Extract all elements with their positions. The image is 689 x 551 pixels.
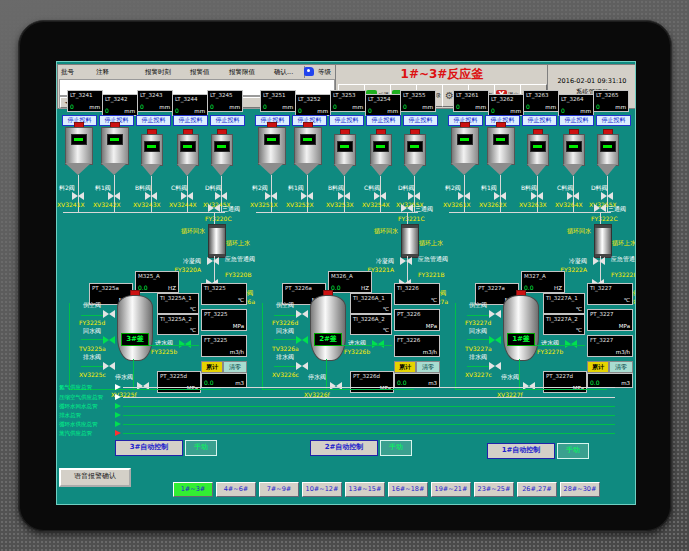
feed-valve-label: D料阀: [591, 184, 625, 191]
feed-valve[interactable]: [265, 192, 277, 201]
feed-tank: [294, 122, 320, 184]
level-transmitter: LT_32620mm: [488, 94, 524, 116]
feed-valve[interactable]: [567, 192, 579, 201]
page-button-0[interactable]: 1#~3#: [173, 482, 213, 497]
feed-valve-label: 料2阀: [252, 184, 286, 191]
totalizer-accum-button[interactable]: 累计: [587, 361, 609, 373]
feed-tank: [370, 129, 390, 185]
level-transmitter-tag: LT_3253: [333, 92, 355, 98]
feed-valve[interactable]: [408, 192, 420, 201]
temperature-indicator-a2-tag: TI_3227A_2: [546, 316, 578, 322]
totalizer-reset-button[interactable]: 清零: [416, 361, 440, 373]
three-way-valve[interactable]: [401, 204, 413, 213]
feed-valve-label: D料阀: [398, 184, 432, 191]
reactor-valve-tag: FY3225d: [79, 319, 119, 326]
condense-valve[interactable]: [207, 257, 219, 266]
feed-valve[interactable]: [72, 192, 84, 201]
pipe: [81, 315, 103, 316]
condense-valve[interactable]: [593, 257, 605, 266]
pipe: [81, 339, 103, 340]
tank-level-bar: [147, 145, 156, 148]
feed-valve[interactable]: [181, 192, 193, 201]
voice-alarm-ack-button[interactable]: 语音报警确认: [59, 468, 131, 487]
reactor-valve[interactable]: [103, 362, 115, 371]
tank-level-bar: [267, 138, 276, 141]
feed-valve[interactable]: [338, 192, 350, 201]
condense-valve[interactable]: [400, 257, 412, 266]
feed-valve[interactable]: [374, 192, 386, 201]
totalizer-reset-button[interactable]: 清零: [223, 361, 247, 373]
level-transmitter-unit: mm: [545, 104, 556, 110]
manual-button[interactable]: 手动: [185, 440, 217, 456]
reactor-valve[interactable]: [296, 362, 308, 371]
tank-cone: [597, 164, 617, 176]
utility-header-label: 排水总管: [59, 412, 117, 419]
three-way-valve[interactable]: [594, 204, 606, 213]
temperature-indicator-a1-tag: TI_3227A_1: [546, 295, 578, 301]
feed-valve[interactable]: [494, 192, 506, 201]
totalizer-reset-button[interactable]: 清零: [609, 361, 633, 373]
feed-valve-label: C料阀: [557, 184, 591, 191]
feed-valve[interactable]: [215, 192, 227, 201]
manual-button[interactable]: 手动: [557, 443, 589, 459]
stop-feed-label: 停止投料: [136, 115, 171, 126]
reactor-valve[interactable]: [296, 310, 308, 319]
page-button-9[interactable]: 28#~30#: [560, 482, 600, 497]
monitor-bezel: 批号注释报警时刻报警值报警限值确认...等级 ◄ ► 1#~3#反应釜 切换←后…: [18, 20, 672, 532]
feed-valve[interactable]: [531, 192, 543, 201]
tank-body: [141, 134, 163, 166]
page-button-8[interactable]: 26#,27#: [517, 482, 557, 497]
reactor-valve[interactable]: [489, 310, 501, 319]
tank-level-display: [180, 141, 196, 152]
page-button-6[interactable]: 19#~21#: [431, 482, 471, 497]
reactor-valve[interactable]: [103, 336, 115, 345]
reactor-valve[interactable]: [523, 382, 535, 391]
feed-tank: [141, 129, 161, 185]
feed-valve[interactable]: [601, 192, 613, 201]
reactor-valve[interactable]: [103, 310, 115, 319]
feed-valve[interactable]: [108, 192, 120, 201]
auto-control-button[interactable]: 1#自动控制: [487, 443, 555, 459]
alarm-column-header: 报警值: [188, 66, 229, 78]
page-button-2[interactable]: 7#~9#: [259, 482, 299, 497]
level-transmitter-unit: mm: [510, 108, 521, 114]
reactor-group-2: LT_32510mmLT_32520mmLT_32530mmLT_32540mm…: [252, 87, 442, 417]
page-button-1[interactable]: 4#~6#: [216, 482, 256, 497]
temperature-indicator-tag: TI_3227: [590, 285, 612, 291]
level-transmitter: LT_32640mm: [558, 94, 594, 116]
totalizer-accum-button[interactable]: 累计: [201, 361, 223, 373]
feed-valve[interactable]: [145, 192, 157, 201]
temperature-indicator-unit: ℃: [624, 297, 630, 303]
reactor-valve[interactable]: [489, 362, 501, 371]
pipe: [467, 315, 489, 316]
level-transmitter-tag: LT_3252: [298, 96, 320, 102]
page-button-7[interactable]: 23#~25#: [474, 482, 514, 497]
auto-control-button[interactable]: 3#自动控制: [115, 440, 183, 456]
feed-valve[interactable]: [301, 192, 313, 201]
pipe: [449, 212, 611, 213]
totalizer-accum-button[interactable]: 累计: [394, 361, 416, 373]
reactor-valve-label: 倒空阀: [83, 301, 111, 308]
feed-tank: [487, 122, 513, 184]
reactor-valve[interactable]: [137, 382, 149, 391]
tank-cone: [101, 163, 127, 175]
auto-control-button[interactable]: 2#自动控制: [310, 440, 378, 456]
tank-level-bar: [376, 145, 385, 148]
reactor-valve[interactable]: [489, 336, 501, 345]
reactor-valve-label: 停水阀: [308, 373, 336, 380]
three-way-valve[interactable]: [208, 204, 220, 213]
page-button-4[interactable]: 13#~15#: [345, 482, 385, 497]
page-button-3[interactable]: 10#~12#: [302, 482, 342, 497]
utility-flow-arrow: [115, 412, 121, 418]
tank-level-display: [337, 141, 353, 152]
manual-button[interactable]: 手动: [380, 440, 412, 456]
feed-tank: [258, 122, 284, 184]
reactor-valve[interactable]: [330, 382, 342, 391]
condenser: [208, 224, 226, 258]
tank-level-display: [457, 134, 473, 145]
condenser: [594, 224, 612, 258]
reactor-valve-tag: FY3226b: [344, 348, 384, 355]
reactor-valve[interactable]: [296, 336, 308, 345]
page-button-5[interactable]: 16#~18#: [388, 482, 428, 497]
feed-valve[interactable]: [458, 192, 470, 201]
